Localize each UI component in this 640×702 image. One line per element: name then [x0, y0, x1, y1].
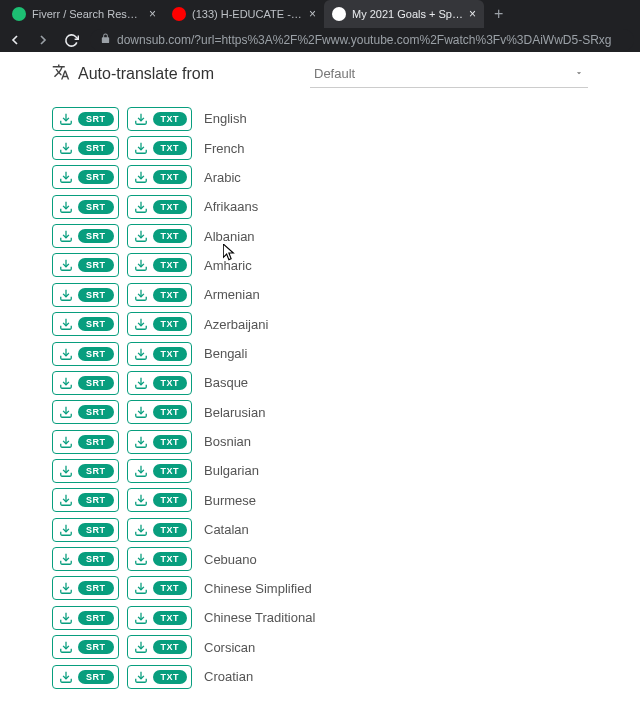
back-button[interactable]	[6, 31, 24, 49]
download-txt-button[interactable]: TXT	[127, 165, 193, 189]
download-icon	[59, 141, 73, 155]
language-name: Arabic	[204, 170, 241, 185]
format-pill: TXT	[153, 464, 188, 478]
download-icon	[59, 611, 73, 625]
download-srt-button[interactable]: SRT	[52, 576, 119, 600]
language-row: SRTTXTCroatian	[52, 662, 588, 691]
language-row: SRTTXTBengali	[52, 339, 588, 368]
format-pill: SRT	[78, 464, 114, 478]
download-icon	[59, 200, 73, 214]
download-icon	[134, 288, 148, 302]
download-icon	[59, 435, 73, 449]
download-txt-button[interactable]: TXT	[127, 107, 193, 131]
download-txt-button[interactable]: TXT	[127, 312, 193, 336]
download-txt-button[interactable]: TXT	[127, 253, 193, 277]
download-srt-button[interactable]: SRT	[52, 547, 119, 571]
close-icon[interactable]: ×	[149, 8, 156, 20]
download-srt-button[interactable]: SRT	[52, 518, 119, 542]
format-pill: TXT	[153, 640, 188, 654]
format-pill: TXT	[153, 229, 188, 243]
language-name: Chinese Traditional	[204, 610, 315, 625]
download-txt-button[interactable]: TXT	[127, 283, 193, 307]
format-pill: TXT	[153, 200, 188, 214]
download-txt-button[interactable]: TXT	[127, 606, 193, 630]
download-txt-button[interactable]: TXT	[127, 459, 193, 483]
download-icon	[134, 552, 148, 566]
language-row: SRTTXTChinese Simplified	[52, 574, 588, 603]
browser-tab[interactable]: My 2021 Goals + Special Surpris×	[324, 0, 484, 28]
download-icon	[59, 288, 73, 302]
language-row: SRTTXTArabic	[52, 163, 588, 192]
download-srt-button[interactable]: SRT	[52, 136, 119, 160]
download-srt-button[interactable]: SRT	[52, 459, 119, 483]
download-txt-button[interactable]: TXT	[127, 195, 193, 219]
language-name: Chinese Simplified	[204, 581, 312, 596]
download-srt-button[interactable]: SRT	[52, 606, 119, 630]
download-srt-button[interactable]: SRT	[52, 253, 119, 277]
format-pill: TXT	[153, 611, 188, 625]
format-pill: TXT	[153, 523, 188, 537]
download-icon	[134, 640, 148, 654]
format-pill: SRT	[78, 317, 114, 331]
format-pill: TXT	[153, 141, 188, 155]
download-srt-button[interactable]: SRT	[52, 195, 119, 219]
language-list: SRTTXTEnglishSRTTXTFrenchSRTTXTArabicSRT…	[52, 104, 588, 691]
download-txt-button[interactable]: TXT	[127, 430, 193, 454]
download-srt-button[interactable]: SRT	[52, 165, 119, 189]
format-pill: SRT	[78, 581, 114, 595]
download-txt-button[interactable]: TXT	[127, 342, 193, 366]
download-txt-button[interactable]: TXT	[127, 547, 193, 571]
language-row: SRTTXTBosnian	[52, 427, 588, 456]
download-txt-button[interactable]: TXT	[127, 224, 193, 248]
chevron-down-icon	[574, 66, 584, 81]
download-srt-button[interactable]: SRT	[52, 107, 119, 131]
download-txt-button[interactable]: TXT	[127, 576, 193, 600]
format-pill: TXT	[153, 258, 188, 272]
language-name: Bulgarian	[204, 463, 259, 478]
download-srt-button[interactable]: SRT	[52, 635, 119, 659]
close-icon[interactable]: ×	[309, 8, 316, 20]
download-icon	[59, 376, 73, 390]
download-icon	[59, 112, 73, 126]
download-srt-button[interactable]: SRT	[52, 342, 119, 366]
download-srt-button[interactable]: SRT	[52, 430, 119, 454]
language-name: Burmese	[204, 493, 256, 508]
browser-tab[interactable]: Fiverr / Search Results for 'youtu×	[4, 0, 164, 28]
url-text: downsub.com/?url=https%3A%2F%2Fwww.youtu…	[117, 33, 612, 47]
language-select[interactable]: Default	[310, 60, 588, 88]
browser-tab[interactable]: (133) H-EDUCATE - YouTube×	[164, 0, 324, 28]
download-txt-button[interactable]: TXT	[127, 518, 193, 542]
language-row: SRTTXTArmenian	[52, 280, 588, 309]
download-txt-button[interactable]: TXT	[127, 488, 193, 512]
download-icon	[59, 405, 73, 419]
download-icon	[134, 464, 148, 478]
translate-heading: Auto-translate from	[52, 63, 214, 85]
download-srt-button[interactable]: SRT	[52, 371, 119, 395]
url-bar[interactable]: downsub.com/?url=https%3A%2F%2Fwww.youtu…	[90, 29, 634, 51]
download-srt-button[interactable]: SRT	[52, 224, 119, 248]
language-name: English	[204, 111, 247, 126]
download-srt-button[interactable]: SRT	[52, 488, 119, 512]
download-txt-button[interactable]: TXT	[127, 400, 193, 424]
download-srt-button[interactable]: SRT	[52, 400, 119, 424]
download-icon	[59, 552, 73, 566]
download-icon	[59, 347, 73, 361]
language-name: French	[204, 141, 244, 156]
format-pill: SRT	[78, 611, 114, 625]
download-icon	[134, 141, 148, 155]
format-pill: SRT	[78, 670, 114, 684]
language-row: SRTTXTAzerbaijani	[52, 310, 588, 339]
download-icon	[59, 317, 73, 331]
close-icon[interactable]: ×	[469, 8, 476, 20]
reload-button[interactable]	[62, 31, 80, 49]
download-txt-button[interactable]: TXT	[127, 665, 193, 689]
download-txt-button[interactable]: TXT	[127, 371, 193, 395]
download-srt-button[interactable]: SRT	[52, 312, 119, 336]
download-srt-button[interactable]: SRT	[52, 283, 119, 307]
new-tab-button[interactable]: +	[484, 5, 513, 23]
download-txt-button[interactable]: TXT	[127, 136, 193, 160]
download-txt-button[interactable]: TXT	[127, 635, 193, 659]
translate-icon	[52, 63, 70, 85]
language-row: SRTTXTBurmese	[52, 486, 588, 515]
download-srt-button[interactable]: SRT	[52, 665, 119, 689]
